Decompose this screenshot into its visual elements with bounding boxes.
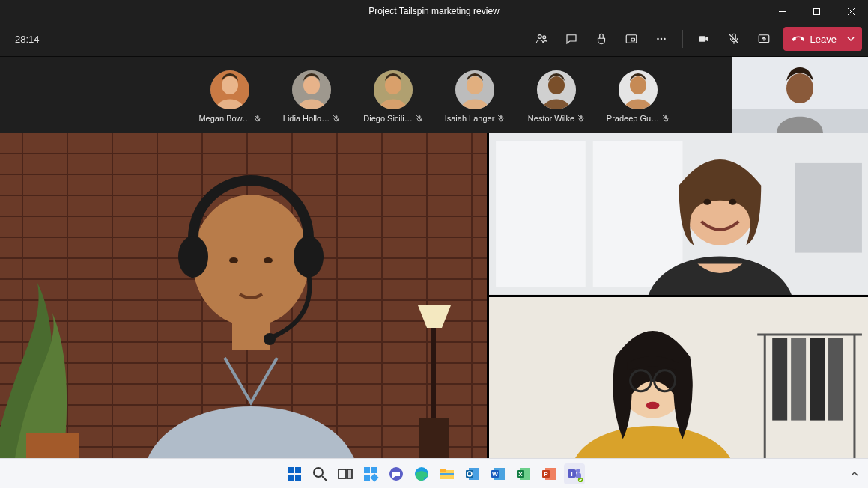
svg-point-17 xyxy=(222,76,238,94)
svg-point-5 xyxy=(542,36,545,39)
search-icon[interactable] xyxy=(309,463,330,484)
avatar xyxy=(292,70,331,109)
video-tile-3[interactable] xyxy=(489,297,868,459)
svg-text:X: X xyxy=(518,471,523,478)
excel-icon[interactable]: X xyxy=(513,463,534,484)
svg-point-69 xyxy=(729,199,736,205)
svg-rect-75 xyxy=(791,338,806,421)
teams-icon[interactable]: T xyxy=(564,463,585,484)
svg-point-62 xyxy=(264,257,273,263)
avatar xyxy=(537,70,576,109)
word-icon[interactable]: W xyxy=(488,463,509,484)
more-actions-button[interactable] xyxy=(648,25,675,52)
muted-icon xyxy=(416,115,423,122)
taskview-icon[interactable] xyxy=(335,463,356,484)
svg-rect-91 xyxy=(364,467,370,473)
svg-point-114 xyxy=(576,469,580,473)
muted-icon xyxy=(254,115,261,122)
svg-point-8 xyxy=(657,38,659,40)
video-tile-2[interactable] xyxy=(489,133,868,295)
participant-name: Nestor Wilke xyxy=(528,114,574,123)
svg-text:T: T xyxy=(569,469,574,477)
call-timer: 28:14 xyxy=(15,34,40,45)
svg-point-60 xyxy=(264,333,276,345)
svg-rect-85 xyxy=(288,475,294,481)
svg-point-10 xyxy=(664,38,666,40)
roster-participant[interactable]: Megan Bow… xyxy=(202,70,258,123)
svg-rect-65 xyxy=(593,141,683,287)
roster-participant[interactable]: Lidia Hollo… xyxy=(284,70,340,123)
svg-rect-77 xyxy=(828,338,843,421)
muted-icon xyxy=(577,115,585,122)
window-close-button[interactable] xyxy=(834,0,868,22)
svg-rect-93 xyxy=(364,475,370,481)
svg-rect-54 xyxy=(419,418,449,458)
start-icon[interactable] xyxy=(284,463,305,484)
svg-point-87 xyxy=(314,468,323,477)
video-tile-main[interactable] xyxy=(0,133,487,458)
edge-icon[interactable] xyxy=(411,463,432,484)
participant-name: Pradeep Gu… xyxy=(607,114,659,123)
svg-point-32 xyxy=(467,76,483,94)
chat-button[interactable] xyxy=(558,25,585,52)
self-video-preview[interactable] xyxy=(732,57,868,134)
svg-rect-94 xyxy=(370,473,378,481)
svg-text:W: W xyxy=(492,471,498,478)
svg-rect-76 xyxy=(810,338,825,421)
participants-button[interactable] xyxy=(528,25,555,52)
svg-rect-66 xyxy=(795,163,862,253)
roster-participant[interactable]: Pradeep Gu… xyxy=(610,70,667,123)
powerpoint-icon[interactable]: P xyxy=(538,463,559,484)
svg-rect-74 xyxy=(772,338,787,421)
roster-participant[interactable]: Nestor Wilke xyxy=(529,70,585,123)
share-screen-button[interactable] xyxy=(750,25,777,52)
svg-point-56 xyxy=(192,195,309,326)
svg-rect-89 xyxy=(339,469,346,478)
controls-separator xyxy=(682,30,683,48)
leave-label: Leave xyxy=(810,34,837,45)
svg-rect-84 xyxy=(295,467,301,473)
svg-point-48 xyxy=(786,73,813,103)
system-tray-expand[interactable] xyxy=(850,459,859,488)
windows-taskbar: W X P T xyxy=(0,458,868,488)
leave-button[interactable]: Leave xyxy=(783,27,862,51)
avatar xyxy=(374,70,413,109)
svg-text:P: P xyxy=(544,471,548,478)
outlook-icon[interactable] xyxy=(462,463,483,484)
reactions-button[interactable] xyxy=(588,25,615,52)
svg-rect-99 xyxy=(440,473,454,475)
avatar xyxy=(455,70,494,109)
mic-toggle-button[interactable] xyxy=(720,25,747,52)
svg-rect-53 xyxy=(26,433,79,458)
window-controls xyxy=(765,0,868,22)
svg-rect-55 xyxy=(431,328,436,418)
svg-rect-1 xyxy=(813,8,819,14)
svg-point-9 xyxy=(660,38,662,40)
roster-participant[interactable]: Isaiah Langer xyxy=(447,70,503,123)
window-minimize-button[interactable] xyxy=(765,0,799,22)
rooms-button[interactable] xyxy=(618,25,645,52)
svg-rect-64 xyxy=(496,141,586,287)
chat-icon[interactable] xyxy=(386,463,407,484)
avatar xyxy=(619,70,658,109)
svg-rect-92 xyxy=(371,467,377,473)
window-maximize-button[interactable] xyxy=(799,0,834,22)
widgets-icon[interactable] xyxy=(360,463,381,484)
participant-name: Megan Bow… xyxy=(198,114,250,123)
svg-point-4 xyxy=(538,35,541,39)
file-explorer-icon[interactable] xyxy=(437,463,458,484)
muted-icon xyxy=(333,115,340,122)
muted-icon xyxy=(497,115,505,122)
svg-point-22 xyxy=(303,76,320,94)
svg-rect-83 xyxy=(288,467,294,473)
svg-point-42 xyxy=(630,76,646,94)
svg-rect-90 xyxy=(347,469,352,478)
svg-rect-11 xyxy=(699,37,705,43)
video-stage xyxy=(0,133,868,458)
roster-participant[interactable]: Diego Sicili… xyxy=(365,70,422,123)
svg-point-61 xyxy=(229,257,238,263)
meeting-title: Project Tailspin marketing review xyxy=(368,6,500,16)
svg-rect-57 xyxy=(232,320,270,350)
svg-point-37 xyxy=(548,76,565,94)
camera-toggle-button[interactable] xyxy=(691,25,717,52)
